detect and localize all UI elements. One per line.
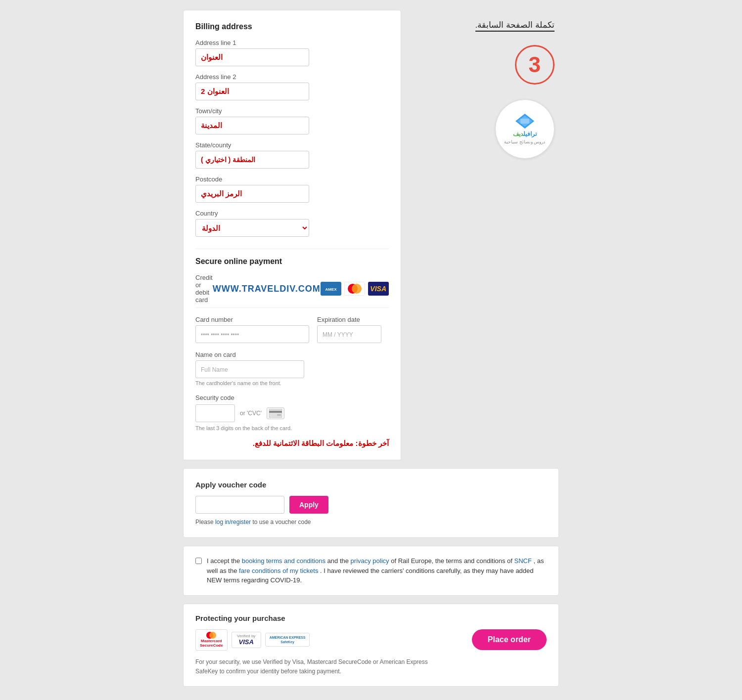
terms-checkbox[interactable]	[195, 558, 202, 564]
name-input[interactable]	[195, 360, 304, 378]
svg-point-11	[209, 632, 216, 639]
voucher-login: Please log in/register to use a voucher …	[195, 519, 547, 525]
payment-header: Credit or debit card WWW.TRAVELDIV.COM A…	[195, 274, 389, 308]
voucher-login-link[interactable]: log in/register	[215, 519, 251, 525]
town-label: Town/city	[195, 107, 389, 115]
name-field: Name on card The cardholder's name on th…	[195, 351, 304, 386]
sncf-link[interactable]: SNCF	[514, 557, 532, 565]
visa-icon: VISA	[368, 282, 389, 296]
payment-section: Secure online payment Credit or debit ca…	[195, 249, 389, 448]
payment-fields: Card number Expiration date Name on card…	[195, 316, 389, 386]
expiry-field: Expiration date	[317, 316, 381, 343]
name-hint: The cardholder's name on the front.	[195, 380, 304, 386]
step-number: 3	[528, 52, 540, 77]
terms-between: and the	[327, 557, 349, 565]
card-number-input[interactable]	[195, 325, 309, 343]
terms-rail: of Rail Europe, the terms and conditions…	[391, 557, 512, 565]
amex-badge-text: AMERICAN EXPRESSSafeKey	[270, 635, 306, 644]
payment-title: Secure online payment	[195, 249, 389, 266]
card-label: Credit or debit card	[195, 274, 213, 304]
svg-rect-6	[277, 414, 281, 416]
expiry-input[interactable]	[317, 325, 381, 343]
step-circle-container: 3	[406, 45, 555, 85]
mastercard-badge-text: MastercardSecureCode	[200, 639, 223, 648]
security-hint: The last 3 digits on the back of the car…	[195, 425, 389, 431]
security-field	[195, 404, 235, 422]
prev-page-text: تكملة الصفحة السابقة.	[475, 20, 555, 32]
protecting-card: Protecting your purchase MastercardSecur…	[183, 604, 559, 687]
svg-text:AMEX: AMEX	[325, 287, 337, 292]
terms-card: I accept the booking terms and condition…	[183, 546, 559, 596]
state-group: State/county	[195, 141, 389, 169]
verified-by-text: Verified by	[237, 634, 255, 638]
voucher-row: Apply	[195, 496, 547, 514]
address2-group: Address line 2	[195, 73, 389, 100]
address1-label: Address line 1	[195, 39, 389, 46]
state-input[interactable]	[195, 151, 309, 169]
billing-title: Billing address	[195, 22, 389, 31]
logo-icon	[515, 114, 534, 129]
security-badges: MastercardSecureCode Verified by VISA AM…	[195, 629, 310, 651]
security-label: Security code	[195, 394, 389, 401]
address2-input[interactable]	[195, 83, 309, 100]
address1-input[interactable]	[195, 48, 309, 66]
logo-brand-green: ديف	[513, 131, 523, 137]
protecting-title: Protecting your purchase	[195, 614, 547, 622]
country-label: Country	[195, 210, 389, 217]
billing-card: Billing address Address line 1 Address l…	[183, 10, 401, 460]
annotations-panel: تكملة الصفحة السابقة. 3	[401, 10, 559, 306]
payment-website: WWW.TRAVELDIV.COM	[213, 284, 321, 294]
address1-group: Address line 1	[195, 39, 389, 66]
amex-icon: AMEX	[321, 282, 341, 296]
prev-page-annotation: تكملة الصفحة السابقة.	[406, 20, 555, 30]
visa-badge-text: VISA	[239, 638, 254, 646]
visa-verified-badge: Verified by VISA	[232, 632, 261, 648]
logo-circle-container: ترافيلديف دروس ونصائح سياحية	[406, 99, 555, 159]
privacy-link[interactable]: privacy policy	[351, 557, 389, 565]
mastercard-securecode-badge: MastercardSecureCode	[195, 629, 228, 651]
logo-text: ترافيلديف	[513, 131, 537, 137]
logo-brand-blue: ترافيل	[523, 131, 537, 137]
security-note: For your security, we use Verified by Vi…	[195, 657, 547, 676]
place-order-button[interactable]: Place order	[472, 629, 547, 650]
apply-button[interactable]: Apply	[289, 496, 328, 514]
card-number-field: Card number	[195, 316, 309, 343]
protecting-row: MastercardSecureCode Verified by VISA AM…	[195, 629, 547, 651]
name-label: Name on card	[195, 351, 304, 358]
mastercard-badge-icon	[206, 632, 217, 639]
voucher-login-after: to use a voucher code	[252, 519, 311, 525]
logo-subtitle: دروس ونصائح سياحية	[504, 139, 545, 144]
arabic-payment-note: آخر خطوة: معلومات البطاقة الائتمانية للد…	[195, 439, 389, 448]
card-number-label: Card number	[195, 316, 309, 323]
logo-circle: ترافيلديف دروس ونصائح سياحية	[495, 99, 555, 159]
country-group: Country الدولة	[195, 210, 389, 237]
svg-marker-9	[520, 119, 529, 124]
voucher-login-before: Please	[195, 519, 214, 525]
security-row: or 'CVC'	[195, 404, 389, 422]
security-group: Security code or 'CVC'	[195, 394, 389, 431]
state-label: State/county	[195, 141, 389, 149]
voucher-title: Apply voucher code	[195, 481, 547, 489]
postcode-group: Postcode	[195, 175, 389, 203]
svg-rect-4	[269, 409, 282, 418]
mastercard-icon	[344, 282, 365, 296]
fare-link[interactable]: fare conditions of my tickets	[239, 567, 318, 574]
main-container: Billing address Address line 1 Address l…	[183, 10, 559, 687]
voucher-card: Apply voucher code Apply Please log in/r…	[183, 468, 559, 538]
security-input[interactable]	[195, 404, 235, 422]
country-select[interactable]: الدولة	[195, 219, 309, 237]
terms-row: I accept the booking terms and condition…	[195, 556, 547, 585]
address2-label: Address line 2	[195, 73, 389, 81]
card-icons: AMEX VISA	[321, 282, 389, 296]
postcode-input[interactable]	[195, 185, 309, 203]
expiry-label: Expiration date	[317, 316, 381, 323]
amex-safekey-badge: AMERICAN EXPRESSSafeKey	[265, 633, 310, 647]
town-input[interactable]	[195, 117, 309, 134]
terms-text: I accept the booking terms and condition…	[207, 556, 547, 585]
postcode-label: Postcode	[195, 175, 389, 183]
voucher-input[interactable]	[195, 496, 284, 514]
cvc-card-icon	[267, 407, 284, 419]
step-circle: 3	[515, 45, 555, 85]
svg-rect-5	[269, 411, 282, 413]
booking-terms-link[interactable]: booking terms and conditions	[242, 557, 325, 565]
